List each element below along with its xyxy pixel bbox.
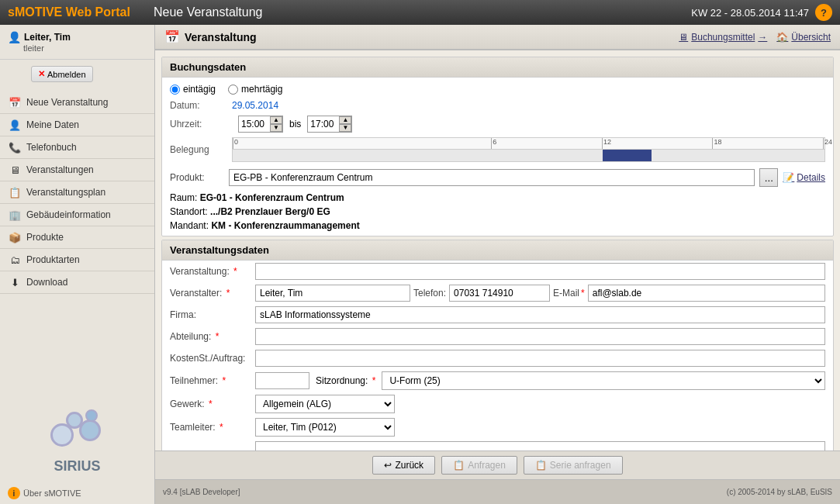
teamleiter-row: Teamleiter: * Leiter, Tim (P012) Müller,… [162,416,833,439]
anfragen-button[interactable]: 📋 Anfragen [441,456,517,475]
standort-label: Standort: [170,206,208,217]
time-bis-down[interactable]: ▼ [339,124,351,132]
sidebar-item-veranstaltungsplan[interactable]: 📋 Veranstaltungsplan [0,181,154,204]
sitzordnung-select[interactable]: U-Form (25) Parlamentarisch Reihenbestuh… [382,371,825,390]
calendar-icon: 📅 [8,96,22,109]
required-star: * [209,399,213,409]
sidebar-item-telefonbuch[interactable]: 📞 Telefonbuch [0,136,154,159]
sidebar-item-label: Produktarten [26,254,80,265]
logout-button[interactable]: ✕ Abmelden [31,66,93,82]
time-von-input[interactable]: ▲ ▼ [238,116,283,133]
kosten-input[interactable] [255,350,825,367]
page-title: Neue Veranstaltung [138,5,263,19]
required-star: * [222,375,226,386]
about-smotive[interactable]: i Über sMOTIVE [0,482,154,504]
standort-row: Standort: .../B2 Prenzlauer Berg/0 EG [162,205,833,219]
event-section: Veranstaltungsdaten Veranstaltung: * Ver… [161,240,834,450]
arrow-right-icon: → [758,32,767,43]
time-bis-field[interactable] [308,117,339,131]
product-select-button[interactable]: ... [759,168,778,187]
sidebar-item-produkte[interactable]: 📦 Produkte [0,226,154,249]
datum-value[interactable]: 29.05.2014 [232,100,278,111]
buchungsmittel-link[interactable]: 🖥 Buchungsmittel → [679,32,767,43]
uebersicht-link[interactable]: 🏠 Übersicht [776,32,831,43]
raum-label: Raum: [170,192,197,203]
required-star: * [226,288,230,299]
anfragen-icon: 📋 [453,460,465,471]
time-bis-input[interactable]: ▲ ▼ [307,116,352,133]
user-role: tleiter [8,43,147,53]
sidebar-item-gebaeudeinformation[interactable]: 🏢 Gebäudeinformation [0,204,154,226]
radio-mehrtaegig[interactable] [228,85,238,95]
booking-block [603,150,652,161]
required-star: * [220,422,223,433]
teamleiter-select[interactable]: Leiter, Tim (P012) Müller, Hans Schmidt,… [255,418,395,437]
sidebar-item-neue-veranstaltung[interactable]: 📅 Neue Veranstaltung [0,91,154,114]
time-von-down[interactable]: ▼ [270,124,282,132]
sidebar-item-produktarten[interactable]: 🗂 Produktarten [0,249,154,271]
booking-section-title: Buchungsdaten [162,57,833,78]
details-label: Details [797,172,825,183]
product-input[interactable] [229,169,755,186]
user-info: 👤 Leiter, Tim tleiter [0,25,154,60]
firma-row: Firma: [162,304,833,326]
buchungsmittel-icon: 🖥 [679,32,688,43]
radio-eintaegig[interactable] [170,85,180,95]
sidebar-item-label: Veranstaltungen [26,164,94,175]
calendar-section-icon: 📅 [164,29,180,44]
note-icon: 📝 [783,172,794,183]
mandant-label: Mandant: [170,220,209,231]
person-icon: 👤 [8,119,22,131]
uebersicht-icon: 🏠 [776,32,788,43]
time-bis-spinner[interactable]: ▲ ▼ [339,116,351,132]
serie-anfragen-button[interactable]: 📋 Serie anfragen [524,456,623,475]
belegung-row: Belegung 0 6 12 18 24 [162,135,833,164]
logout-label: Abmelden [47,70,86,79]
teilnehmer-label: Teilnehmer: * [170,375,255,386]
bemerkungen-textarea[interactable] [255,441,825,450]
telefon-input[interactable] [449,285,550,302]
firma-input[interactable] [255,306,825,323]
abteilung-input[interactable] [255,328,825,345]
close-icon: ✕ [38,69,45,79]
veranstalter-input[interactable] [255,285,410,302]
time-bis-up[interactable]: ▲ [339,116,351,124]
teilnehmer-input[interactable] [255,372,309,389]
time-von-field[interactable] [239,117,270,131]
booking-type-row: eintägig mehrtägig [162,78,833,98]
details-link[interactable]: 📝 Details [783,172,825,183]
content-header: 📅 Veranstaltung 🖥 Buchungsmittel → 🏠 Übe… [155,25,840,50]
sidebar-item-download[interactable]: ⬇ Download [0,271,154,294]
booking-section: Buchungsdaten eintägig mehrtägig Datum: … [161,57,834,236]
copyright-text: (c) 2005-2014 by sLAB, EuSIS [727,488,832,496]
gewerk-row: Gewerk: * Allgemein (ALG) Technik Cateri… [162,392,833,416]
sidebar-item-label: Download [26,277,67,288]
email-input[interactable] [588,285,825,302]
gewerk-label: Gewerk: * [170,399,255,409]
veranstaltung-input[interactable] [255,263,825,280]
help-icon[interactable]: ? [815,4,832,21]
radio-mehrtaegig-label[interactable]: mehrtägig [228,84,282,95]
sidebar-item-veranstaltungen[interactable]: 🖥 Veranstaltungen [0,159,154,181]
bemerkungen-row: Bemerkungen: [162,439,833,450]
clipboard-icon: 📋 [8,186,22,198]
app-brand: sMOTIVE Web Portal [8,5,130,19]
product-label: Produkt: [170,172,224,183]
info-icon: i [8,487,20,499]
abteilung-row: Abteilung: * [162,326,833,347]
gewerk-select[interactable]: Allgemein (ALG) Technik Catering [255,395,395,413]
required-star: * [372,375,376,386]
back-button[interactable]: ↩ Zurück [372,456,435,475]
time-von-spinner[interactable]: ▲ ▼ [270,116,282,132]
time-von-up[interactable]: ▲ [270,116,282,124]
sidebar-item-meine-daten[interactable]: 👤 Meine Daten [0,114,154,136]
folder-icon: 🗂 [8,254,22,266]
sidebar-item-label: Gebäudeinformation [26,209,111,220]
timeline-ruler: 0 6 12 18 24 [232,137,825,150]
timeline-container: 0 6 12 18 24 [232,137,825,162]
bis-label: bis [289,119,301,129]
uhrzeit-row: Uhrzeit: ▲ ▼ bis ▲ ▼ [162,113,833,135]
required-star: * [233,266,237,277]
radio-eintaegig-label[interactable]: eintägig [170,84,216,95]
header-datetime: KW 22 - 28.05.2014 11:47 [691,7,809,19]
